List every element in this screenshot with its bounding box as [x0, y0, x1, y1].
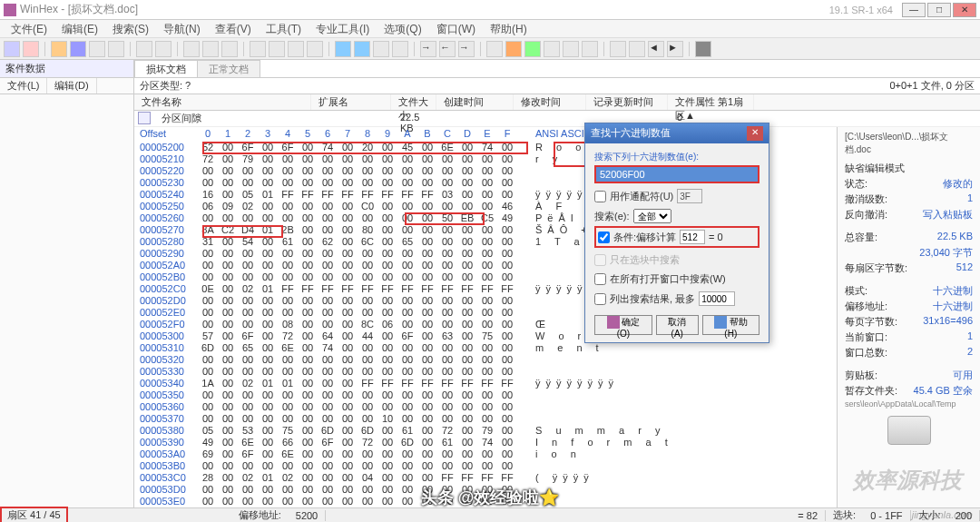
col-modified[interactable]: 修改时间: [514, 94, 586, 110]
info-mode-h: 缺省编辑模式: [845, 162, 973, 175]
info-totwin: 2: [967, 346, 973, 359]
search-scope-select[interactable]: 全部: [633, 209, 671, 223]
hex-view[interactable]: Offset0123456789ABCDEFANSI ASCII 0000520…: [134, 127, 980, 507]
help-button[interactable]: 帮助(H): [702, 315, 760, 335]
all-windows-checkbox[interactable]: [594, 273, 606, 285]
menu-nav[interactable]: 导航(N): [156, 20, 208, 37]
partition-count: 0+0+1 文件, 0 分区: [889, 79, 975, 93]
col-created[interactable]: 创建时间: [436, 94, 514, 110]
menu-search[interactable]: 搜索(S): [105, 20, 156, 37]
list-max-input[interactable]: [699, 291, 735, 306]
menu-window[interactable]: 窗口(W): [429, 20, 483, 37]
hex-row[interactable]: 0000539049006E0066006F0072006D0061007400…: [134, 437, 732, 448]
ok-button[interactable]: 确定(O): [594, 315, 652, 335]
tool-icon[interactable]: [23, 41, 39, 57]
cond-mod-input[interactable]: [680, 230, 705, 244]
hex-row[interactable]: 0000536000000000000000000000000000000000: [134, 401, 732, 413]
tool-icon[interactable]: [629, 41, 645, 57]
toolbar: → ← → ◄ ►: [0, 38, 980, 60]
fwd-icon[interactable]: →: [458, 41, 475, 57]
close-button[interactable]: ✕: [953, 3, 976, 17]
tool-icon[interactable]: [505, 41, 522, 57]
col-attr[interactable]: 文件属性 第1扇区▲: [668, 94, 754, 110]
tool-icon[interactable]: [524, 41, 541, 57]
dialog-close-button[interactable]: ✕: [747, 126, 763, 141]
tool-icon[interactable]: [269, 41, 285, 57]
minimize-button[interactable]: ―: [902, 3, 926, 17]
col-name[interactable]: 文件名称: [134, 94, 311, 110]
cut-icon[interactable]: [221, 41, 238, 57]
cancel-button[interactable]: 取消(A): [656, 315, 699, 335]
hex-row[interactable]: 0000532000000000000000000000000000000000: [134, 354, 732, 366]
tool-icon[interactable]: [610, 41, 626, 57]
hex-row[interactable]: 000053401A00020101000000FFFFFFFFFFFFFFFF…: [134, 378, 732, 389]
tool-icon[interactable]: [136, 41, 152, 57]
wildcard-checkbox[interactable]: [594, 191, 606, 202]
condition-checkbox[interactable]: [598, 231, 610, 243]
tool-icon[interactable]: [695, 41, 711, 57]
menu-options[interactable]: 选项(Q): [377, 20, 428, 37]
hex-row[interactable]: 000053B000000000000000000000000000000000: [134, 460, 732, 472]
arrow-left-icon[interactable]: ◄: [648, 41, 664, 57]
hex-row[interactable]: 000053106D0065006E0074000000000000000000…: [134, 342, 732, 354]
status-range: 0 - 1FF: [863, 510, 910, 521]
hex-row[interactable]: 0000533000000000000000000000000000000000: [134, 366, 732, 378]
col-ext[interactable]: 扩展名: [311, 94, 391, 110]
tab-normal[interactable]: 正常文档: [197, 60, 260, 77]
tool-icon[interactable]: [307, 41, 323, 57]
info-state: 修改的: [943, 177, 973, 191]
wildcard-value[interactable]: [677, 189, 702, 203]
tool-icon[interactable]: [392, 41, 408, 57]
sidebar-tab-file[interactable]: 文件(L): [0, 78, 47, 94]
menu-help[interactable]: 帮助(H): [483, 20, 534, 37]
back-icon[interactable]: ←: [439, 41, 456, 57]
menu-pro-tools[interactable]: 专业工具(I): [309, 20, 377, 37]
open-icon[interactable]: [51, 41, 67, 57]
copy-icon[interactable]: [183, 41, 200, 57]
selection-only-checkbox[interactable]: [594, 254, 606, 266]
menu-view[interactable]: 查看(V): [208, 20, 259, 37]
status-sel-label: 选块:: [826, 508, 863, 522]
hex-row[interactable]: 0000535000000000000000000000000000000000: [134, 389, 732, 401]
save-icon[interactable]: [70, 41, 86, 57]
find-hex-icon[interactable]: [354, 41, 370, 57]
arrow-right-icon[interactable]: ►: [667, 41, 683, 57]
info-clip: 可用: [953, 369, 973, 382]
col-size[interactable]: 文件大小: [391, 94, 436, 110]
list-results-checkbox[interactable]: [594, 293, 606, 305]
tool-icon[interactable]: [288, 41, 304, 57]
arrow-icon[interactable]: →: [420, 41, 436, 57]
menu-file[interactable]: 文件(E): [4, 20, 54, 37]
info-path: [C:\Users\leon\D...\损坏文档.doc: [845, 131, 973, 156]
info-capacity: 22.5 KB: [937, 231, 973, 244]
maximize-button[interactable]: □: [927, 3, 951, 17]
tool-icon[interactable]: [155, 41, 172, 57]
doc-tabs: 损坏文档 正常文档: [134, 60, 980, 78]
saveas-icon[interactable]: [89, 41, 105, 57]
print-icon[interactable]: [108, 41, 124, 57]
disk-icon[interactable]: [563, 41, 579, 57]
tool-icon[interactable]: [4, 41, 20, 57]
col-record[interactable]: 记录更新时间: [586, 94, 668, 110]
info-temp-path: sers\leon\AppData\Local\Temp: [845, 399, 973, 409]
hex-row[interactable]: 000053A069006F006E0000000000000000000000…: [134, 448, 732, 460]
find-icon[interactable]: [335, 41, 351, 57]
sidebar-tab-edit[interactable]: 编辑(D): [47, 78, 96, 94]
tool-icon[interactable]: [250, 41, 266, 57]
paste-icon[interactable]: [202, 41, 219, 57]
search-value-input[interactable]: [594, 165, 760, 183]
gear-icon[interactable]: [544, 41, 560, 57]
hex-row[interactable]: 000053800500530075006D006D00610072007900…: [134, 425, 732, 437]
hex-row[interactable]: 000053C0280002010200000004000000FFFFFFFF…: [134, 472, 732, 484]
menu-tools[interactable]: 工具(T): [259, 20, 309, 37]
menu-edit[interactable]: 编辑(E): [54, 20, 105, 37]
info-capacity-bytes: 23,040 字节: [919, 246, 973, 260]
hex-row[interactable]: 0000537000000000000000000010000000000000: [134, 413, 732, 425]
tab-damaged[interactable]: 损坏文档: [134, 60, 198, 77]
file-icon: [138, 112, 151, 124]
tool-icon[interactable]: [373, 41, 389, 57]
file-row[interactable]: 分区间隙 22.5 KB 0: [134, 111, 980, 127]
search-icon[interactable]: [582, 41, 598, 57]
tool-icon[interactable]: [486, 41, 503, 57]
find-hex-dialog: 查找十六进制数值 ✕ 搜索下列十六进制数值(e): 用作通配符(U) 搜索(e)…: [584, 123, 769, 343]
